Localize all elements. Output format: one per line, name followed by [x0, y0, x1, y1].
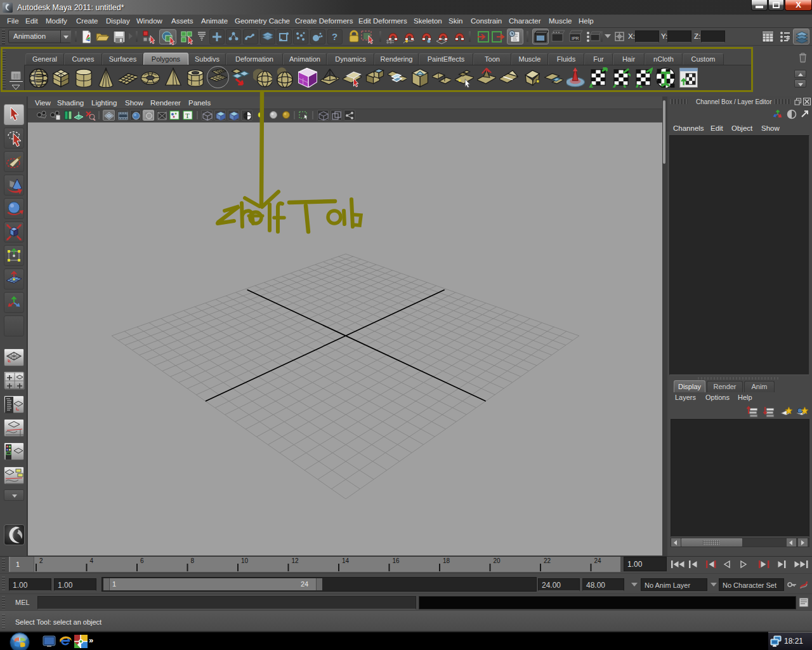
svg-text:16: 16: [393, 557, 400, 564]
svg-text:24: 24: [594, 557, 602, 564]
svg-text:8: 8: [191, 557, 195, 564]
svg-text:4: 4: [90, 557, 94, 564]
svg-text:2: 2: [39, 557, 43, 564]
svg-text:IPR: IPR: [572, 36, 579, 41]
svg-text:18: 18: [443, 557, 450, 564]
svg-text:12: 12: [292, 557, 299, 564]
svg-text:22: 22: [544, 557, 551, 564]
svg-text:14: 14: [342, 557, 350, 564]
svg-text:?: ?: [332, 31, 337, 42]
svg-text:20: 20: [494, 557, 501, 564]
svg-text:10: 10: [241, 557, 249, 564]
svg-text:6: 6: [140, 557, 144, 564]
